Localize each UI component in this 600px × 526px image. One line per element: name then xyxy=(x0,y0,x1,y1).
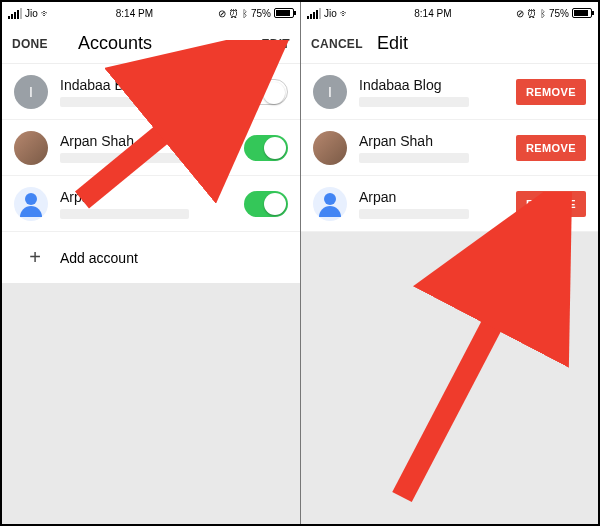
add-account-label: Add account xyxy=(52,250,138,266)
status-bar: Jio ᯤ 8:14 PM ⊘ ⏰︎ ᛒ 75% xyxy=(2,2,300,24)
account-row[interactable]: I Indabaa Blog xyxy=(2,64,300,120)
remove-button[interactable]: REMOVE xyxy=(516,135,586,161)
account-row: Arpan Shah REMOVE xyxy=(301,120,598,176)
phone-accounts: Jio ᯤ 8:14 PM ⊘ ⏰︎ ᛒ 75% DONE Accounts E… xyxy=(2,2,300,524)
page-title: Accounts xyxy=(72,33,230,54)
battery-icon xyxy=(572,8,592,18)
status-time: 8:14 PM xyxy=(116,8,153,19)
avatar: I xyxy=(313,75,347,109)
remove-button[interactable]: REMOVE xyxy=(516,79,586,105)
avatar xyxy=(313,187,347,221)
signal-icon xyxy=(307,8,321,19)
done-button[interactable]: DONE xyxy=(12,37,72,51)
cancel-button[interactable]: CANCEL xyxy=(311,37,371,51)
status-bar: Jio ᯤ 8:14 PM ⊘ ⏰︎ ᛒ 75% xyxy=(301,2,598,24)
carrier-label: Jio xyxy=(25,8,38,19)
account-name: Arpan Shah xyxy=(359,133,516,149)
carrier-label: Jio xyxy=(324,8,337,19)
account-name: Indabaa Blog xyxy=(60,77,244,93)
status-time: 8:14 PM xyxy=(414,8,451,19)
signal-icon xyxy=(8,8,22,19)
phone-edit: Jio ᯤ 8:14 PM ⊘ ⏰︎ ᛒ 75% CANCEL Edit I I… xyxy=(300,2,598,524)
accounts-list: I Indabaa Blog REMOVE Arpan Shah REMOVE … xyxy=(301,64,598,232)
account-name: Indabaa Blog xyxy=(359,77,516,93)
battery-pct: 75% xyxy=(251,8,271,19)
nav-bar: CANCEL Edit xyxy=(301,24,598,64)
alarm-icon: ⏰︎ xyxy=(229,8,239,19)
account-sub xyxy=(60,153,189,163)
page-title: Edit xyxy=(371,33,528,54)
account-toggle[interactable] xyxy=(244,191,288,217)
bluetooth-icon: ᛒ xyxy=(242,8,248,19)
battery-icon xyxy=(274,8,294,18)
account-name: Arpan xyxy=(60,189,244,205)
bluetooth-icon: ᛒ xyxy=(540,8,546,19)
account-row[interactable]: Arpan Shah xyxy=(2,120,300,176)
remove-button[interactable]: REMOVE xyxy=(516,191,586,217)
wifi-icon: ᯤ xyxy=(340,8,350,19)
account-row: I Indabaa Blog REMOVE xyxy=(301,64,598,120)
alarm-icon: ⏰︎ xyxy=(527,8,537,19)
avatar xyxy=(14,131,48,165)
accounts-list: I Indabaa Blog Arpan Shah Arpan xyxy=(2,64,300,283)
account-sub xyxy=(60,97,189,107)
battery-pct: 75% xyxy=(549,8,569,19)
account-row[interactable]: Arpan xyxy=(2,176,300,232)
avatar: I xyxy=(14,75,48,109)
plus-icon: + xyxy=(18,246,52,269)
account-sub xyxy=(359,97,469,107)
edit-button[interactable]: EDIT xyxy=(230,37,290,51)
account-name: Arpan Shah xyxy=(60,133,244,149)
rotation-lock-icon: ⊘ xyxy=(218,8,226,19)
avatar xyxy=(14,187,48,221)
account-sub xyxy=(60,209,189,219)
account-toggle[interactable] xyxy=(244,135,288,161)
account-name: Arpan xyxy=(359,189,516,205)
avatar xyxy=(313,131,347,165)
account-sub xyxy=(359,209,469,219)
account-row: Arpan REMOVE xyxy=(301,176,598,232)
account-toggle[interactable] xyxy=(244,79,288,105)
add-account-row[interactable]: + Add account xyxy=(2,232,300,283)
wifi-icon: ᯤ xyxy=(41,8,51,19)
rotation-lock-icon: ⊘ xyxy=(516,8,524,19)
account-sub xyxy=(359,153,469,163)
nav-bar: DONE Accounts EDIT xyxy=(2,24,300,64)
